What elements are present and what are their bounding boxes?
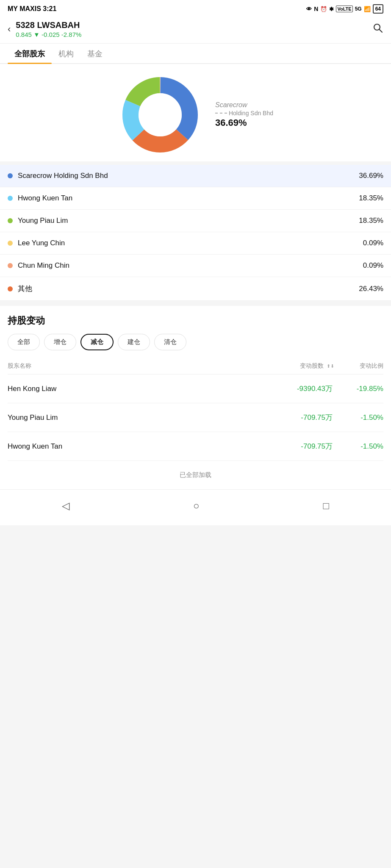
shareholder-name-1: Hwong Kuen Tan [18,194,72,202]
eye-icon: 👁 [306,6,312,12]
shareholder-row-3: Lee Yung Chin 0.09% [0,232,391,255]
signal-icon: 📶 [364,6,371,12]
chart-legend: Scarecrow Holding Sdn Bhd 36.69% [215,101,273,128]
nav-home-button[interactable]: ○ [180,496,212,515]
legend-percent: 36.69% [215,117,247,128]
holdings-row-2: Hwong Kuen Tan -709.75万 -1.50% [8,432,383,461]
donut-chart-section: Scarecrow Holding Sdn Bhd 36.69% [0,64,391,161]
shareholder-row-5: 其他 26.43% [0,277,391,301]
search-button[interactable] [372,22,383,36]
shareholder-pct-2: 18.35% [359,216,383,225]
volte-icon: VoLTE [336,6,352,12]
loaded-all-indicator: 已全部加载 [8,461,383,489]
back-button[interactable]: ‹ [8,24,11,35]
shareholder-pct-4: 0.09% [363,261,383,270]
shareholder-name-3: Lee Yung Chin [18,239,65,247]
tab-institution[interactable]: 机构 [52,44,80,63]
shareholder-tabs: 全部股东 机构 基金 [0,44,391,64]
nav-recent-button[interactable]: □ [311,496,342,515]
dot-hwong [8,196,13,201]
holdings-pct-2: -1.50% [349,442,383,451]
shareholder-pct-3: 0.09% [363,239,383,247]
shareholder-name-5: 其他 [18,284,32,294]
carrier-time: MY MAXIS 3:21 [8,5,56,13]
legend-sub-name: Holding Sdn Bhd [229,110,273,116]
dot-chun [8,263,13,268]
tab-fund[interactable]: 基金 [80,44,109,63]
dot-other [8,286,13,291]
filter-buttons-group: 全部 增仓 减仓 建仓 清仓 [8,334,383,350]
filter-decrease[interactable]: 减仓 [80,334,114,350]
alarm-icon: ⏰ [320,6,327,12]
sort-icon[interactable]: ⬆⬇ [327,363,334,369]
holdings-name-2: Hwong Kuen Tan [8,442,62,451]
donut-chart [118,72,202,157]
filter-close[interactable]: 清仓 [154,334,186,350]
stock-header: ‹ 5328 LWSABAH 0.845 ▼ -0.025 -2.87% [0,16,391,44]
holdings-shares-2: -709.75万 [301,441,333,451]
filter-increase[interactable]: 增仓 [44,334,76,350]
holdings-row-1: Young Piau Lim -709.75万 -1.50% [8,403,383,432]
table-header-right: 变动股数 ⬆⬇ 变动比例 [300,362,383,370]
donut-hole [139,93,182,136]
holdings-name-0: Hen Kong Liaw [8,385,56,393]
legend-company-name: Scarecrow [215,101,247,109]
shareholder-pct-5: 26.43% [359,285,383,293]
svg-line-1 [380,30,383,33]
dot-lee [8,241,13,246]
holdings-row-0: Hen Kong Liaw -9390.43万 -19.85% [8,374,383,403]
holdings-change-title: 持股变动 [8,314,383,327]
shareholder-pct-1: 18.35% [359,194,383,202]
shareholder-row-2: Young Piau Lim 18.35% [0,210,391,232]
shareholder-name-2: Young Piau Lim [18,216,68,225]
shareholder-row-1: Hwong Kuen Tan 18.35% [0,187,391,210]
holdings-name-1: Young Piau Lim [8,413,58,422]
filter-all[interactable]: 全部 [8,334,40,350]
stock-title-block: 5328 LWSABAH 0.845 ▼ -0.025 -2.87% [16,20,372,38]
nav-back-button[interactable]: ◁ [49,496,82,515]
holdings-pct-0: -19.85% [349,385,383,393]
tab-all-shareholders[interactable]: 全部股东 [8,44,52,63]
5g-icon: 5G [355,6,362,12]
table-header-change-shares: 变动股数 ⬆⬇ [300,362,334,370]
navigation-bar: ◁ ○ □ [0,489,391,525]
battery-indicator: 64 [373,4,383,14]
holdings-shares-1: -709.75万 [301,413,333,422]
dot-scarecrow [8,173,13,178]
table-header-name: 股东名称 [8,362,31,370]
holdings-change-section: 持股变动 全部 增仓 减仓 建仓 清仓 股东名称 变动股数 ⬆⬇ 变动比例 He… [0,306,391,489]
bluetooth-icon: ✱ [329,6,334,12]
shareholder-pct-0: 36.69% [359,172,383,180]
shareholder-name-4: Chun Ming Chin [18,261,69,270]
shareholder-row-0: Scarecrow Holding Sdn Bhd 36.69% [0,165,391,187]
status-icons: 👁 N ⏰ ✱ VoLTE 5G 📶 64 [306,4,383,14]
shareholder-name-0: Scarecrow Holding Sdn Bhd [18,172,108,180]
holdings-pct-1: -1.50% [349,413,383,422]
stock-code-name: 5328 LWSABAH [16,20,372,30]
shareholders-list: Scarecrow Holding Sdn Bhd 36.69% Hwong K… [0,165,391,301]
filter-open[interactable]: 建仓 [118,334,150,350]
shareholder-row-4: Chun Ming Chin 0.09% [0,255,391,277]
status-bar: MY MAXIS 3:21 👁 N ⏰ ✱ VoLTE 5G 📶 64 [0,0,391,16]
table-header-change-pct: 变动比例 [360,362,383,370]
stock-price-info: 0.845 ▼ -0.025 -2.87% [16,31,372,38]
holdings-shares-0: -9390.43万 [297,384,333,394]
nfc-icon: N [314,6,318,12]
dot-young [8,218,13,223]
table-header: 股东名称 变动股数 ⬆⬇ 变动比例 [8,359,383,374]
